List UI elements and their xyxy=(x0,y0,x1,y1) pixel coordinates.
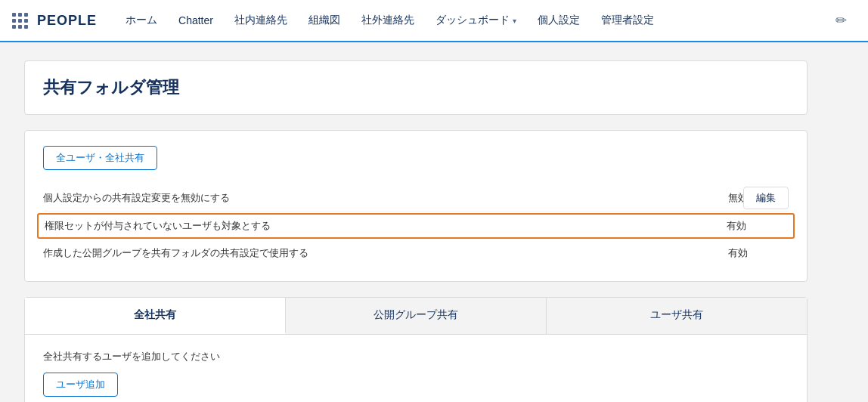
tabs-header: 全社共有 公開グループ共有 ユーザ共有 xyxy=(25,298,807,335)
nav-item-personal-settings[interactable]: 個人設定 xyxy=(527,0,591,42)
app-brand: PEOPLE xyxy=(37,13,97,29)
nav-item-admin-settings[interactable]: 管理者設定 xyxy=(591,0,665,42)
nav-item-home[interactable]: ホーム xyxy=(115,0,168,42)
nav-item-org-chart[interactable]: 組織図 xyxy=(298,0,351,42)
grid-dots xyxy=(12,13,28,29)
tab-user-share[interactable]: ユーザ共有 xyxy=(547,298,807,334)
nav-end: ✏ xyxy=(826,12,856,29)
edit-button[interactable]: 編集 xyxy=(743,187,789,209)
settings-value-2: 有効 xyxy=(727,219,787,233)
top-navigation: PEOPLE ホーム Chatter 社内連絡先 組織図 社外連絡先 ダッシュボ… xyxy=(0,0,868,42)
settings-row-2-highlighted: 権限セットが付与されていないユーザも対象とする 有効 xyxy=(37,213,795,239)
settings-value-3: 有効 xyxy=(728,246,789,260)
nav-item-chatter[interactable]: Chatter xyxy=(168,0,224,42)
tab-content-description: 全社共有するユーザを追加してください xyxy=(43,350,789,363)
chevron-down-icon: ▾ xyxy=(513,17,516,25)
settings-row-1: 個人設定からの共有設定変更を無効にする 無効 編集 xyxy=(43,185,789,212)
settings-label-2: 権限セットが付与されていないユーザも対象とする xyxy=(45,219,727,233)
tabs-content: 全社共有するユーザを追加してください ユーザ追加 xyxy=(25,335,807,402)
settings-label-1: 個人設定からの共有設定変更を無効にする xyxy=(43,191,728,205)
title-card: 共有フォルダ管理 xyxy=(24,60,808,115)
settings-row-3: 作成した公開グループを共有フォルダの共有設定で使用する 有効 xyxy=(43,240,789,266)
edit-icon[interactable]: ✏ xyxy=(826,12,856,29)
nav-item-dashboard[interactable]: ダッシュボード ▾ xyxy=(425,0,527,42)
page-title: 共有フォルダ管理 xyxy=(43,76,789,99)
add-user-button[interactable]: ユーザ追加 xyxy=(43,373,118,397)
settings-section: 全ユーザ・全社共有 個人設定からの共有設定変更を無効にする 無効 編集 権限セッ… xyxy=(24,130,808,282)
settings-table: 個人設定からの共有設定変更を無効にする 無効 編集 権限セットが付与されていない… xyxy=(43,185,789,266)
tab-all-company[interactable]: 全社共有 xyxy=(25,298,286,334)
tab-public-group[interactable]: 公開グループ共有 xyxy=(286,298,547,334)
settings-label-3: 作成した公開グループを共有フォルダの共有設定で使用する xyxy=(43,246,728,260)
all-users-button[interactable]: 全ユーザ・全社共有 xyxy=(43,146,157,170)
tabs-container: 全社共有 公開グループ共有 ユーザ共有 全社共有するユーザを追加してください ユ… xyxy=(24,297,808,402)
page-content: 共有フォルダ管理 全ユーザ・全社共有 個人設定からの共有設定変更を無効にする 無… xyxy=(0,42,832,402)
nav-item-internal-contacts[interactable]: 社内連絡先 xyxy=(224,0,298,42)
nav-item-external-contacts[interactable]: 社外連絡先 xyxy=(351,0,425,42)
nav-items: ホーム Chatter 社内連絡先 組織図 社外連絡先 ダッシュボード ▾ 個人… xyxy=(115,0,826,42)
app-launcher-icon[interactable] xyxy=(12,13,28,29)
